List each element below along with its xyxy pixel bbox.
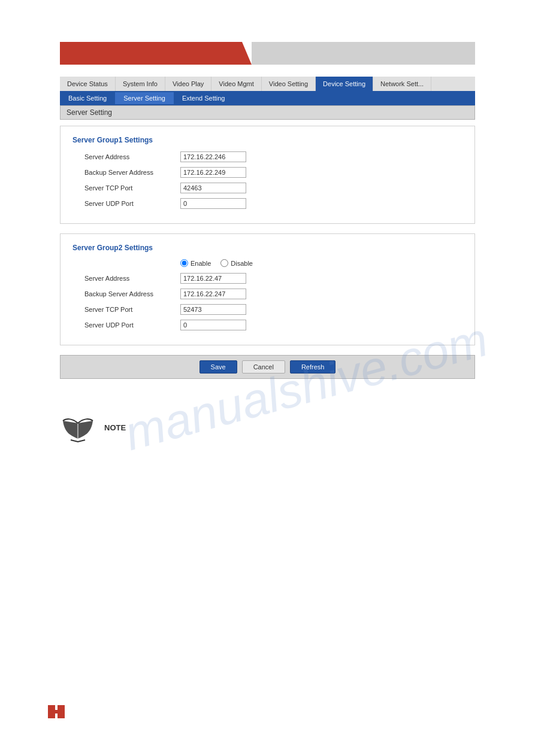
group1-tcp-port-input[interactable] <box>180 183 246 193</box>
radio-enable[interactable] <box>180 259 188 267</box>
radio-disable-text: Disable <box>231 260 253 267</box>
group2-tcp-port-label: Server TCP Port <box>72 306 180 313</box>
group2-server-address-input[interactable] <box>180 273 246 284</box>
refresh-button[interactable]: Refresh <box>290 360 336 374</box>
save-button[interactable]: Save <box>200 360 237 374</box>
tab-device-setting[interactable]: Device Setting <box>316 77 373 91</box>
note-book-icon <box>60 415 96 445</box>
group2-title: Server Group2 Settings <box>72 244 463 252</box>
group1-backup-server-row: Backup Server Address <box>72 167 463 178</box>
group1-title: Server Group1 Settings <box>72 136 463 144</box>
svg-rect-2 <box>51 710 62 714</box>
subtab-basic-setting[interactable]: Basic Setting <box>60 92 115 104</box>
cancel-button[interactable]: Cancel <box>242 360 285 374</box>
radio-enable-label[interactable]: Enable <box>180 259 211 267</box>
group1-backup-server-label: Backup Server Address <box>72 169 180 176</box>
group1-backup-server-input[interactable] <box>180 167 246 178</box>
group1-server-address-input[interactable] <box>180 151 246 162</box>
server-group1-panel: Server Group1 Settings Server Address Ba… <box>60 126 475 224</box>
radio-disable-label[interactable]: Disable <box>220 259 253 267</box>
header-red-accent <box>60 42 252 65</box>
group1-udp-port-row: Server UDP Port <box>72 198 463 209</box>
group1-server-address-row: Server Address <box>72 151 463 162</box>
radio-disable[interactable] <box>220 259 228 267</box>
note-section: NOTE <box>60 415 535 445</box>
action-bar: Save Cancel Refresh <box>60 355 475 379</box>
note-label: NOTE <box>104 423 126 432</box>
header-bar <box>60 42 475 65</box>
group2-udp-port-input[interactable] <box>180 320 246 330</box>
subtab-extend-setting[interactable]: Extend Setting <box>174 92 234 104</box>
tab-device-status[interactable]: Device Status <box>60 77 116 91</box>
group2-backup-server-label: Backup Server Address <box>72 290 180 297</box>
tab-video-mgmt[interactable]: Video Mgmt <box>211 77 262 91</box>
radio-enable-text: Enable <box>191 260 211 267</box>
bottom-logo <box>48 705 65 720</box>
group2-udp-port-row: Server UDP Port <box>72 320 463 330</box>
group1-server-address-label: Server Address <box>72 153 180 160</box>
group2-backup-server-input[interactable] <box>180 289 246 299</box>
tab-video-setting[interactable]: Video Setting <box>262 77 316 91</box>
tab-network-setting[interactable]: Network Sett... <box>373 77 431 91</box>
group2-server-address-row: Server Address <box>72 273 463 284</box>
group2-radio-row: Enable Disable <box>72 259 463 267</box>
nav-tabs: Device Status System Info Video Play Vid… <box>60 77 475 91</box>
group1-tcp-port-row: Server TCP Port <box>72 183 463 193</box>
tab-system-info[interactable]: System Info <box>116 77 165 91</box>
group2-backup-server-row: Backup Server Address <box>72 289 463 299</box>
header-gray-bar <box>252 42 475 65</box>
server-group2-panel: Server Group2 Settings Enable Disable Se… <box>60 233 475 345</box>
group2-udp-port-label: Server UDP Port <box>72 321 180 329</box>
group1-tcp-port-label: Server TCP Port <box>72 184 180 192</box>
group2-tcp-port-input[interactable] <box>180 304 246 315</box>
group2-server-address-label: Server Address <box>72 275 180 282</box>
section-title: Server Setting <box>60 105 475 120</box>
sub-nav: Basic Setting Server Setting Extend Sett… <box>60 91 475 105</box>
logo-icon <box>48 705 65 718</box>
group1-udp-port-label: Server UDP Port <box>72 200 180 207</box>
group2-tcp-port-row: Server TCP Port <box>72 304 463 315</box>
main-content: Device Status System Info Video Play Vid… <box>60 77 475 379</box>
group1-udp-port-input[interactable] <box>180 198 246 209</box>
subtab-server-setting[interactable]: Server Setting <box>115 92 174 104</box>
tab-video-play[interactable]: Video Play <box>165 77 211 91</box>
